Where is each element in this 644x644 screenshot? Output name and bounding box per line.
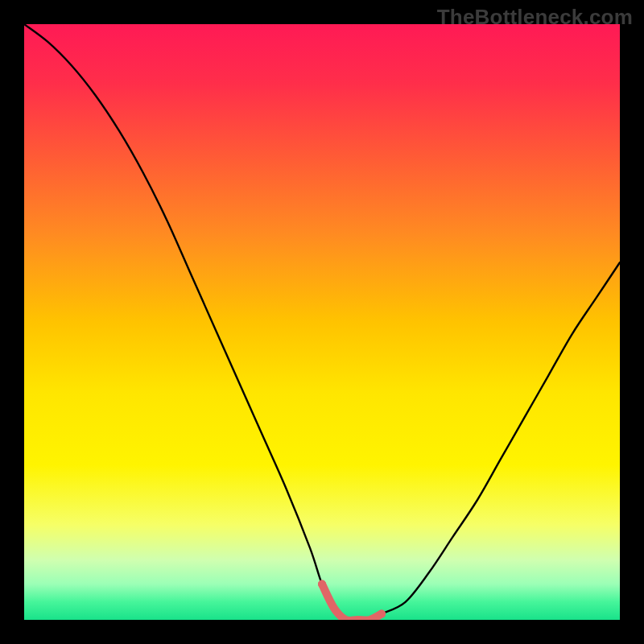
highlight-dot-icon — [378, 610, 386, 618]
gradient-background — [24, 24, 620, 620]
chart-svg — [24, 24, 620, 620]
highlight-dot-icon — [318, 580, 326, 588]
chart-frame: TheBottleneck.com — [0, 0, 644, 644]
watermark-text: TheBottleneck.com — [437, 5, 633, 30]
plot-area — [24, 24, 620, 620]
